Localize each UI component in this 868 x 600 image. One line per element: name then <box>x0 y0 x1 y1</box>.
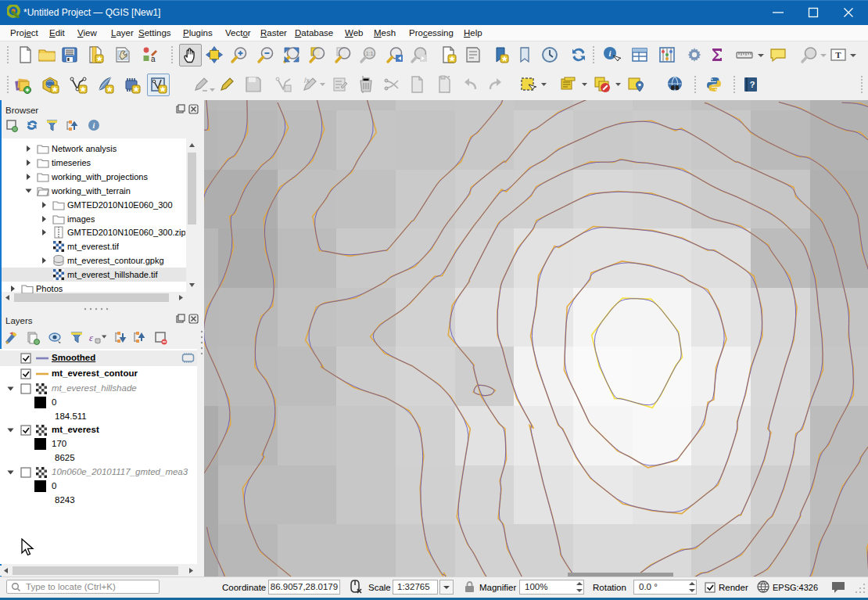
svg-text:T: T <box>835 50 841 59</box>
svg-text:/x: /x <box>304 77 310 84</box>
svg-text:?: ? <box>750 80 755 89</box>
svg-text:a: a <box>151 55 156 63</box>
svg-text:i: i <box>93 121 95 130</box>
svg-text:1:1: 1:1 <box>366 51 374 56</box>
svg-text:ε: ε <box>89 332 94 343</box>
